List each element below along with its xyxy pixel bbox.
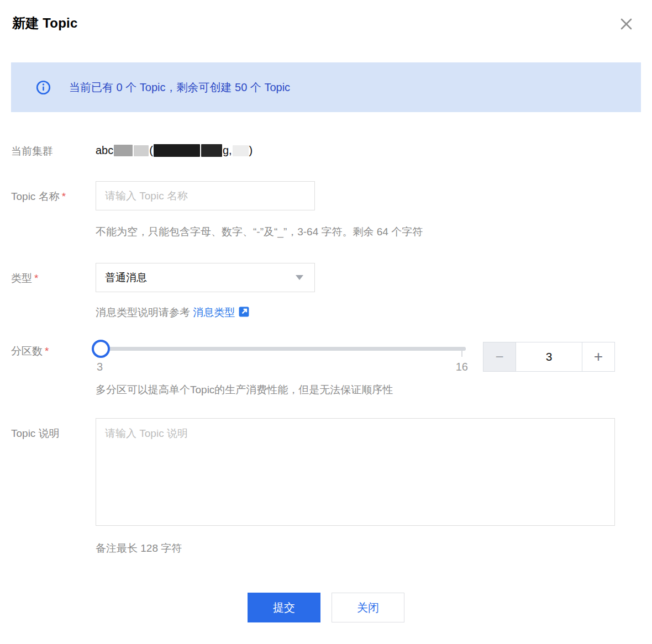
partitions-stepper: − 3 + — [483, 342, 615, 372]
description-label: Topic 说明 — [11, 418, 96, 556]
row-topic-description: Topic 说明 备注最长 128 字符 — [11, 418, 641, 556]
info-banner: 当前已有 0 个 Topic，剩余可创建 50 个 Topic — [11, 62, 641, 112]
row-partitions: 分区数* 3 16 − — [11, 342, 641, 397]
stepper-plus-button[interactable]: + — [582, 342, 614, 371]
dialog-header: 新建 Topic — [11, 14, 641, 32]
required-asterisk: * — [34, 272, 38, 284]
chevron-down-icon — [296, 275, 303, 280]
message-type-select[interactable]: 普通消息 — [96, 263, 315, 292]
slider-max-label: 16 — [456, 361, 468, 373]
message-type-selected: 普通消息 — [105, 271, 147, 285]
info-icon — [36, 80, 51, 95]
external-link-icon[interactable] — [238, 306, 250, 318]
row-current-cluster: 当前集群 abc(g,) — [11, 144, 641, 159]
required-asterisk: * — [62, 191, 66, 202]
topic-name-input[interactable] — [96, 181, 315, 210]
partitions-label: 分区数* — [11, 342, 96, 397]
row-message-type: 类型* 普通消息 消息类型说明请参考 消息类型 — [11, 263, 641, 320]
slider-max-tick — [461, 351, 462, 357]
submit-button[interactable]: 提交 — [248, 593, 320, 622]
cluster-label: 当前集群 — [11, 144, 96, 159]
topic-description-textarea[interactable] — [96, 418, 615, 526]
partitions-hint: 多分区可以提高单个Topic的生产消费性能，但是无法保证顺序性 — [96, 383, 615, 397]
stepper-minus-button[interactable]: − — [483, 342, 516, 371]
new-topic-dialog: 新建 Topic 当前已有 0 个 Topic，剩余可创建 50 个 Topic… — [0, 0, 652, 632]
required-asterisk: * — [45, 345, 49, 357]
type-label: 类型* — [11, 263, 96, 320]
description-hint: 备注最长 128 字符 — [96, 541, 615, 556]
slider-track[interactable] — [101, 347, 466, 351]
close-icon[interactable] — [618, 15, 634, 32]
cluster-value: abc(g,) — [96, 144, 615, 157]
type-hint: 消息类型说明请参考 消息类型 — [96, 305, 615, 320]
topic-form: 当前集群 abc(g,) Topic 名称* 不能为空，只能包含字母、数字、“-… — [11, 144, 641, 556]
slider-min-label: 3 — [97, 361, 103, 373]
stepper-value[interactable]: 3 — [516, 342, 582, 371]
topic-name-label: Topic 名称* — [11, 181, 96, 239]
slider-handle[interactable] — [92, 340, 110, 358]
partitions-slider: 3 16 — [96, 342, 466, 373]
message-type-doc-link[interactable]: 消息类型 — [193, 307, 235, 318]
dialog-footer: 提交 关闭 — [11, 593, 641, 622]
close-button[interactable]: 关闭 — [332, 593, 404, 622]
banner-message: 当前已有 0 个 Topic，剩余可创建 50 个 Topic — [69, 80, 290, 95]
topic-name-hint: 不能为空，只能包含字母、数字、“-”及“_”，3-64 字符。剩余 64 个字符 — [96, 225, 615, 239]
row-topic-name: Topic 名称* 不能为空，只能包含字母、数字、“-”及“_”，3-64 字符… — [11, 181, 641, 239]
dialog-title: 新建 Topic — [12, 14, 77, 32]
